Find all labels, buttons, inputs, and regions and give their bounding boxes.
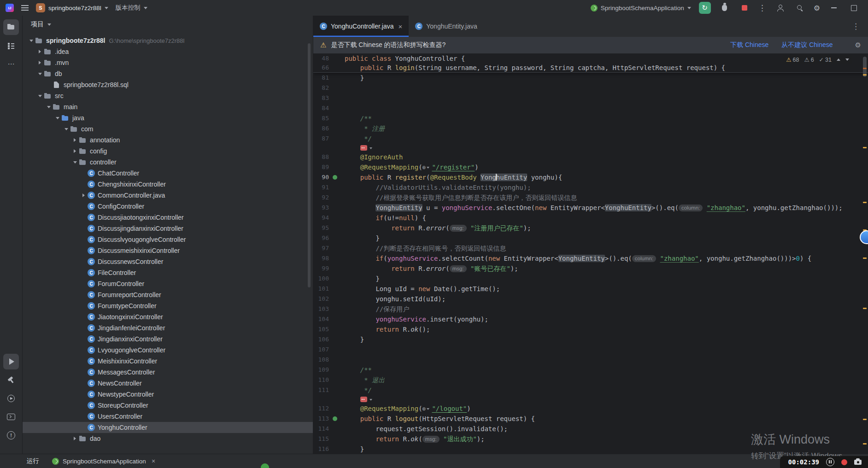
gutter[interactable] [329,162,341,172]
tree-item[interactable]: CChengshixinxiController [23,179,313,190]
inlay-chevron-icon[interactable] [369,399,372,401]
maximize-button[interactable] [848,2,860,14]
problems-tool-button[interactable]: ! [3,427,19,443]
gutter[interactable] [329,314,341,324]
stripe-mark[interactable] [863,419,867,420]
stripe-mark[interactable] [863,68,867,69]
tree-item[interactable]: dao [23,433,313,444]
next-problem-icon[interactable] [845,58,849,61]
more-tools-button[interactable]: ⋯ [3,56,19,72]
tree-item[interactable]: springboote7z2r88l.sql [23,79,313,90]
gutter[interactable] [329,274,341,284]
tree-item[interactable]: src [23,90,313,101]
tree-item[interactable]: CNewstypeController [23,389,313,400]
gutter[interactable] [329,213,341,223]
gutter[interactable] [329,144,341,152]
user-profile-button[interactable] [774,2,786,14]
tree-item[interactable]: .idea [23,46,313,57]
tree-item[interactable]: CNewsController [23,378,313,389]
run-tab[interactable]: SpringbootSchemaApplication × [52,457,155,465]
tree-item[interactable]: config [23,146,313,157]
run-gutter-icon[interactable] [333,175,337,180]
gutter[interactable] [329,414,341,424]
project-scrollbar[interactable] [308,43,311,287]
build-tool-button[interactable] [3,372,19,388]
tree-item[interactable]: com [23,123,313,135]
tab-options-icon[interactable]: ⋮ [844,16,868,37]
gutter[interactable] [329,83,341,93]
gutter[interactable] [329,233,341,243]
tree-item[interactable]: CStoreupController [23,400,313,411]
gutter[interactable] [329,93,341,103]
gutter[interactable] [329,424,341,434]
chevron-icon[interactable] [36,73,44,75]
tree-item[interactable]: CForumtypeController [23,300,313,311]
chevron-icon[interactable] [71,161,79,164]
tree-item[interactable]: annotation [23,135,313,146]
run-gutter-icon[interactable] [333,416,337,421]
inspections-widget[interactable]: ⚠68 ⚠6 ✓31 [783,55,852,64]
banner-dismiss-link[interactable]: 从不建议 Chinese [781,41,833,49]
gutter[interactable] [329,243,341,253]
stripe-mark[interactable] [863,74,867,76]
gutter[interactable] [329,63,341,72]
tree-item[interactable]: CMessagesController [23,367,313,378]
gutter[interactable] [329,444,341,454]
camera-icon[interactable] [854,460,862,465]
tree-item[interactable]: CDiscussmeishixinxiController [23,245,313,256]
banner-settings-gear-icon[interactable]: ⚙ [855,41,861,49]
stripe-mark[interactable] [863,202,867,203]
gutter[interactable] [329,324,341,334]
tree-item[interactable]: CCommonController.java [23,190,313,201]
tree-item[interactable]: CChatController [23,168,313,179]
chevron-icon[interactable] [36,50,44,53]
error-stripe[interactable] [862,54,868,454]
gutter[interactable] [329,365,341,375]
tree-item[interactable]: controller [23,157,313,168]
inlay-chevron-icon[interactable] [427,167,429,169]
gutter[interactable] [329,263,341,274]
gutter[interactable] [329,345,341,355]
tree-item[interactable]: CJingdianxinxiController [23,333,313,345]
chevron-icon[interactable] [45,106,53,108]
chevron-icon[interactable] [71,437,79,440]
gutter[interactable] [329,223,341,233]
gutter[interactable] [329,334,341,345]
chevron-icon[interactable] [36,61,44,64]
inlay-chevron-icon[interactable] [427,408,429,410]
tree-item[interactable]: CYonghuController [23,422,313,433]
search-everywhere-button[interactable] [794,2,806,14]
tree-item[interactable]: CMeishixinxiController [23,356,313,367]
gutter[interactable] [329,294,341,304]
gutter[interactable] [329,182,341,193]
stripe-mark[interactable] [863,257,867,259]
gutter[interactable] [329,385,341,395]
tree-item[interactable]: CJingdianfenleiController [23,322,313,333]
terminal-tool-button[interactable] [3,409,19,425]
tree-item[interactable]: springboote7z2r88lG:\home\springboote7z2… [23,35,313,46]
tree-item[interactable]: CDiscusslvyougonglveController [23,234,313,245]
previous-problem-icon[interactable] [837,58,840,61]
pause-recording-button[interactable] [826,458,834,466]
tree-item[interactable]: CFileController [23,267,313,278]
tree-item[interactable]: CJiaotongxinxiController [23,311,313,322]
stripe-mark[interactable] [863,443,867,445]
tree-item[interactable]: CUsersController [23,411,313,422]
run-configuration-widget[interactable]: SpringbootSchemaApplication [591,5,691,12]
project-panel-header[interactable]: 项目 [23,16,313,33]
gutter[interactable] [329,395,341,404]
stripe-mark[interactable] [863,308,867,309]
services-tool-button[interactable] [3,391,19,406]
chevron-icon[interactable] [27,40,35,42]
globe-icon[interactable]: ⊕ [422,405,426,412]
globe-icon[interactable]: ⊕ [422,164,426,171]
gutter[interactable] [329,304,341,314]
tree-item[interactable]: CLvyougonglveController [23,345,313,356]
request-mapping-icon[interactable] [360,145,367,151]
gutter[interactable] [329,203,341,213]
tree-item[interactable]: main [23,101,313,112]
gutter[interactable] [329,193,341,203]
tree-item[interactable]: CDiscussnewsController [23,256,313,267]
close-tab-icon[interactable]: × [398,23,402,30]
banner-download-link[interactable]: 下载 Chinese [730,41,768,49]
